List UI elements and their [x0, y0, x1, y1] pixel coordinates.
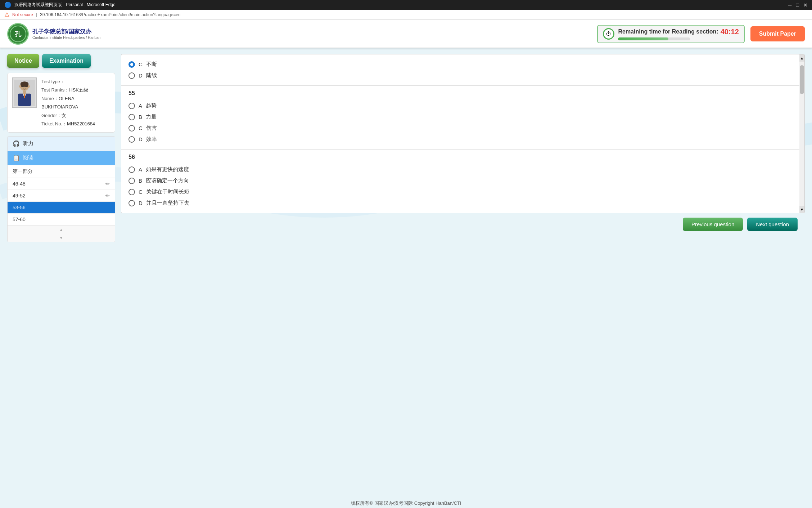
address-separator: |: [36, 12, 37, 17]
left-panel: Notice Examination: [7, 54, 115, 486]
option-56-c[interactable]: C 关键在于时间长短: [128, 186, 797, 197]
main-layout: Notice Examination: [0, 48, 812, 491]
radio-55-a[interactable]: [128, 103, 135, 109]
student-card: Test type： Test Ranks：HSK五级 Name：OLENA B…: [7, 73, 115, 133]
option-56-a[interactable]: A 如果有更快的速度: [128, 164, 797, 175]
option-55-c[interactable]: C 伤害: [128, 122, 797, 134]
browser-icon: 🔵: [4, 1, 12, 8]
timer-progress-fill: [618, 37, 668, 40]
warning-icon: ⚠: [4, 11, 9, 18]
title-bar-controls[interactable]: ─ □ ✕: [788, 2, 808, 8]
submit-paper-button[interactable]: Submit Paper: [750, 26, 805, 41]
test-ranks-row: Test Ranks：HSK五级: [41, 86, 110, 94]
address-bar: ⚠ Not secure | 39.106.164.10:16168/Pract…: [0, 10, 812, 20]
scrollbar-thumb[interactable]: [800, 65, 804, 94]
section-listening[interactable]: 🎧 听力: [8, 137, 115, 151]
radio-prev-d[interactable]: [128, 72, 135, 79]
option-55-d[interactable]: D 效率: [128, 134, 797, 145]
range-46-48-label: 46-48: [13, 181, 26, 187]
listening-label: 听力: [23, 140, 33, 147]
name-row: Name：OLENA BUKHTOIAROVA: [41, 94, 110, 111]
timer-progress-bar: [618, 37, 690, 40]
nav-buttons: Notice Examination: [7, 54, 115, 68]
timer-label: Remaining time for Reading section:: [618, 28, 718, 35]
logo-chinese: 孔子学院总部/国家汉办: [32, 28, 100, 36]
ticket-row: Ticket No.：MH52201684: [41, 120, 110, 128]
copyright-text: 版权所有© 国家汉办/汉考国际 Copyright HanBan/CTI: [351, 500, 461, 506]
logo-english: Confucius Institute Headquarters / Hanba…: [32, 36, 100, 40]
option-55-b[interactable]: B 力量: [128, 111, 797, 122]
range-53-56-label: 53-56: [13, 205, 26, 210]
subsection-49-52[interactable]: 49-52 ✏: [8, 190, 115, 202]
app-header: 孔 孔子学院总部/国家汉办 Confucius Institute Headqu…: [0, 20, 812, 48]
part1-label: 第一部分: [13, 168, 33, 175]
student-info: Test type： Test Ranks：HSK五级 Name：OLENA B…: [41, 77, 110, 128]
question-block-56: 56 A 如果有更快的速度 B 应该确定一个方向 C 关键在于时间长短: [121, 150, 804, 213]
svg-text:孔: 孔: [14, 31, 22, 38]
option-prev-c[interactable]: C 不断: [128, 59, 797, 70]
radio-56-b[interactable]: [128, 178, 135, 184]
question-block-55: 55 A 趋势 B 力量 C 伤害 D: [121, 86, 804, 150]
radio-56-d[interactable]: [128, 200, 135, 206]
option-56-b[interactable]: B 应该确定一个方向: [128, 175, 797, 186]
minimize-button[interactable]: ─: [788, 2, 792, 8]
subsection-part1[interactable]: 第一部分: [8, 165, 115, 178]
notice-button[interactable]: Notice: [7, 54, 39, 68]
maximize-button[interactable]: □: [796, 2, 799, 8]
timer-area: ⏱ Remaining time for Reading section: 40…: [597, 25, 744, 43]
subsection-46-48[interactable]: 46-48 ✏: [8, 178, 115, 190]
browser-chrome: 🔵 汉语网络考试系统网页版 - Personal - Microsoft Edg…: [0, 0, 812, 20]
subsection-53-56[interactable]: 53-56: [8, 202, 115, 214]
section-reading[interactable]: 📋 阅读: [8, 151, 115, 165]
logo-area: 孔 孔子学院总部/国家汉办 Confucius Institute Headqu…: [7, 23, 100, 45]
radio-prev-c[interactable]: [128, 61, 135, 68]
next-question-button[interactable]: Next question: [747, 218, 798, 231]
not-secure-label: Not secure: [12, 12, 33, 17]
pencil-icon-49-52: ✏: [105, 193, 110, 199]
range-49-52-label: 49-52: [13, 193, 26, 199]
section-nav: 🎧 听力 📋 阅读 第一部分 46-48 ✏ 49-52 ✏: [7, 136, 115, 242]
radio-56-a[interactable]: [128, 166, 135, 173]
range-57-60-label: 57-60: [13, 217, 26, 222]
previous-question-button[interactable]: Previous question: [683, 218, 743, 231]
book-icon: 📋: [13, 155, 20, 161]
svg-point-12: [22, 86, 23, 87]
test-type-row: Test type：: [41, 77, 110, 86]
logo-icon: 孔: [7, 23, 29, 45]
svg-point-13: [26, 86, 27, 87]
radio-55-d[interactable]: [128, 136, 135, 143]
radio-55-c[interactable]: [128, 125, 135, 132]
footer: 版权所有© 国家汉办/汉考国际 Copyright HanBan/CTI: [0, 495, 812, 508]
question-nav: Previous question Next question: [121, 218, 805, 231]
option-56-d[interactable]: D 并且一直坚持下去: [128, 197, 797, 209]
gender-row: Gender：女: [41, 111, 110, 120]
close-button[interactable]: ✕: [803, 2, 808, 8]
svg-rect-5: [21, 84, 28, 87]
scroll-bottom-button[interactable]: ▼: [799, 206, 804, 213]
questions-container: ▲ ▼ C 不断 D 陆续: [121, 54, 805, 213]
pencil-icon-46-48: ✏: [105, 181, 110, 187]
right-panel: ▲ ▼ C 不断 D 陆续: [121, 54, 805, 486]
subsection-57-60[interactable]: 57-60: [8, 214, 115, 226]
reading-label: 阅读: [23, 155, 33, 161]
url-domain: 39.106.164.10:16168/PracticeExamPoint/cl…: [40, 12, 181, 17]
timer-icon: ⏱: [603, 28, 614, 40]
logo-text: 孔子学院总部/国家汉办 Confucius Institute Headquar…: [32, 28, 100, 40]
option-55-a[interactable]: A 趋势: [128, 100, 797, 111]
option-prev-d[interactable]: D 陆续: [128, 70, 797, 81]
radio-55-b[interactable]: [128, 114, 135, 120]
scroll-up-icon[interactable]: ▲: [59, 227, 63, 232]
question-56-number: 56: [128, 154, 797, 160]
examination-button[interactable]: Examination: [42, 54, 91, 68]
title-bar: 🔵 汉语网络考试系统网页版 - Personal - Microsoft Edg…: [0, 0, 812, 10]
scroll-top-button[interactable]: ▲: [799, 54, 804, 62]
radio-56-c[interactable]: [128, 189, 135, 195]
question-55-number: 55: [128, 90, 797, 97]
scroll-down-icon[interactable]: ▼: [59, 235, 63, 240]
svg-point-14: [19, 85, 21, 88]
scrollbar-track: [799, 62, 804, 206]
title-bar-left: 🔵 汉语网络考试系统网页版 - Personal - Microsoft Edg…: [4, 1, 116, 8]
student-photo: [12, 77, 37, 108]
timer-countdown: 40:12: [721, 28, 739, 36]
window-title: 汉语网络考试系统网页版 - Personal - Microsoft Edge: [14, 2, 116, 8]
